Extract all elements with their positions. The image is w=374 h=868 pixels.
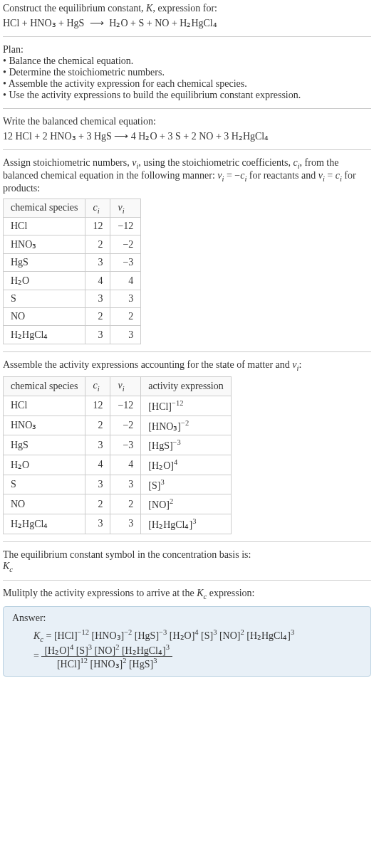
table-row: H₂HgCl₄33 [4,326,141,344]
plan-bullet: • Determine the stoichiometric numbers. [3,67,371,78]
cell-activity: [HCl]−12 [141,396,231,416]
cell-species: NO [4,308,85,326]
cell-species: H₂O [4,455,85,475]
table-row: NO22[NO]2 [4,494,232,514]
stoich-table: chemical species ci νi HCl12−12 HNO₃2−2 … [3,199,141,345]
intro: Construct the equilibrium constant, K, e… [3,3,371,29]
cell-vi: 2 [110,494,141,514]
cell-ci: 3 [85,254,110,272]
col-species: chemical species [4,377,85,396]
divider [3,108,371,109]
cell-species: S [4,290,85,308]
col-vi: νi [110,377,141,396]
answer-fraction: [H₂O]4 [S]3 [NO]2 [H₂HgCl₄]3 [HCl]12 [HN… [41,643,172,670]
table-row: NO22 [4,308,141,326]
cell-species: H₂HgCl₄ [4,514,85,534]
cell-ci: 3 [85,290,110,308]
answer-label: Answer: [12,613,362,624]
plan-heading: Plan: [3,44,371,55]
cell-species: H₂O [4,272,85,290]
cell-ci: 2 [85,494,110,514]
intro-prompt: Construct the equilibrium constant, K, e… [3,3,371,14]
divider [3,580,371,581]
table-row: H₂HgCl₄33[H₂HgCl₄]3 [4,514,232,534]
cell-species: S [4,475,85,494]
activity-intro: Assemble the activity expressions accoun… [3,359,371,372]
cell-vi: −2 [110,416,141,435]
cell-ci: 4 [85,455,110,475]
balanced-equation: 12 HCl + 2 HNO₃ + 3 HgS ⟶ 4 H₂O + 3 S + … [3,130,371,142]
divider [3,36,371,37]
cell-vi: 3 [110,514,141,534]
activity-section: Assemble the activity expressions accoun… [3,359,371,534]
cell-activity: [H₂O]4 [141,455,231,475]
cell-ci: 2 [85,308,110,326]
cell-species: HCl [4,396,85,416]
cell-activity: [HgS]−3 [141,435,231,455]
cell-vi: −12 [110,396,141,416]
cell-ci: 3 [85,514,110,534]
table-header-row: chemical species ci νi activity expressi… [4,377,232,396]
cell-ci: 4 [85,272,110,290]
cell-vi: −12 [110,218,141,235]
cell-vi: 4 [110,455,141,475]
cell-species: HgS [4,435,85,455]
multiply-section: Mulitply the activity expressions to arr… [3,588,371,600]
col-species: chemical species [4,199,85,218]
eq-lhs: HCl + HNO₃ + HgS [3,18,84,28]
frac-denominator: [HCl]12 [HNO₃]2 [HgS]3 [41,657,172,670]
table-row: HCl12−12[HCl]−12 [4,396,232,416]
plan-bullet: • Balance the chemical equation. [3,55,371,67]
activity-table: chemical species ci νi activity expressi… [3,376,232,534]
cell-ci: 2 [85,235,110,254]
table-row: H₂O44[H₂O]4 [4,455,232,475]
divider [3,149,371,150]
table-header-row: chemical species ci νi [4,199,141,218]
answer-box: Answer: Kc = [HCl]−12 [HNO₃]−2 [HgS]−3 [… [3,606,371,677]
cell-activity: [S]3 [141,475,231,494]
cell-ci: 12 [85,218,110,235]
kc-symbol-section: The equilibrium constant symbol in the c… [3,549,371,573]
table-row: H₂O44 [4,272,141,290]
cell-vi: −3 [110,254,141,272]
cell-species: HNO₃ [4,416,85,435]
col-ci: ci [85,377,110,396]
cell-vi: 4 [110,272,141,290]
cell-activity: [H₂HgCl₄]3 [141,514,231,534]
divider [3,351,371,352]
cell-species: NO [4,494,85,514]
divider [3,541,371,542]
arrow-icon: ⟶ [90,17,104,29]
cell-ci: 12 [85,396,110,416]
cell-vi: −3 [110,435,141,455]
plan-bullet: • Assemble the activity expression for e… [3,78,371,90]
table-row: HgS3−3[HgS]−3 [4,435,232,455]
eq-rhs: H₂O + S + NO + H₂HgCl₄ [109,18,217,28]
cell-vi: 3 [110,326,141,344]
table-row: S33[S]3 [4,475,232,494]
cell-species: HgS [4,254,85,272]
cell-species: HNO₃ [4,235,85,254]
answer-expression: Kc = [HCl]−12 [HNO₃]−2 [HgS]−3 [H₂O]4 [S… [33,628,362,670]
cell-species: H₂HgCl₄ [4,326,85,344]
multiply-text: Mulitply the activity expressions to arr… [3,588,371,600]
intro-equation: HCl + HNO₃ + HgS ⟶ H₂O + S + NO + H₂HgCl… [3,17,371,29]
stoich-section: Assign stoichiometric numbers, νi, using… [3,157,371,344]
plan-bullet: • Use the activity expressions to build … [3,90,371,101]
cell-ci: 2 [85,416,110,435]
kc-line1: The equilibrium constant symbol in the c… [3,549,371,561]
col-ci: ci [85,199,110,218]
stoich-intro: Assign stoichiometric numbers, νi, using… [3,157,371,194]
cell-ci: 3 [85,475,110,494]
table-row: HNO₃2−2[HNO₃]−2 [4,416,232,435]
cell-activity: [HNO₃]−2 [141,416,231,435]
plan: Plan: • Balance the chemical equation. •… [3,44,371,101]
cell-species: HCl [4,218,85,235]
balanced-section: Write the balanced chemical equation: 12… [3,116,371,142]
cell-vi: 2 [110,308,141,326]
cell-vi: 3 [110,290,141,308]
frac-numerator: [H₂O]4 [S]3 [NO]2 [H₂HgCl₄]3 [41,643,172,657]
table-row: HNO₃2−2 [4,235,141,254]
table-row: HgS3−3 [4,254,141,272]
col-vi: νi [110,199,141,218]
